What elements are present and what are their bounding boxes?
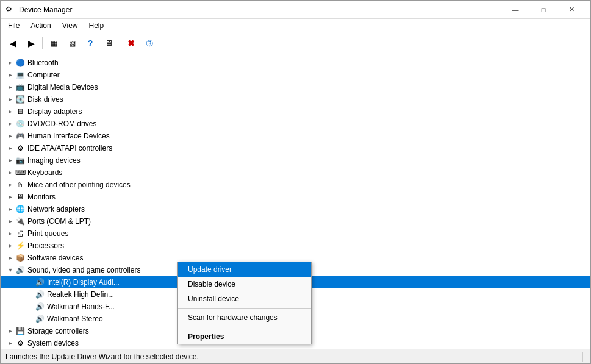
walkman-stereo-label: Walkman! Stereo	[47, 315, 103, 323]
context-disable-device[interactable]: Disable device	[178, 277, 311, 291]
expand-computer[interactable]: ►	[5, 70, 15, 80]
help-button[interactable]: ?	[82, 35, 99, 52]
expand-monitors[interactable]: ►	[5, 192, 15, 202]
menu-help[interactable]: Help	[84, 20, 109, 31]
print-icon: 🖨	[15, 229, 25, 238]
menu-bar: File Action View Help	[1, 19, 590, 32]
intel-audio-icon: 🔊	[35, 277, 45, 287]
monitors-label: Monitors	[27, 193, 56, 201]
expand-system[interactable]: ►	[5, 338, 15, 348]
scan-button[interactable]: ③	[141, 35, 158, 52]
sound-label: Sound, video and game controllers	[27, 266, 140, 274]
context-update-driver[interactable]: Update driver	[178, 262, 311, 277]
processors-label: Processors	[27, 241, 64, 250]
context-separator-1	[178, 308, 311, 309]
expand-dvd[interactable]: ►	[5, 119, 15, 129]
mice-icon: 🖱	[15, 180, 25, 190]
hid-icon: 🎮	[15, 131, 25, 141]
tree-item-hid[interactable]: ► 🎮 Human Interface Devices	[1, 130, 590, 142]
context-properties[interactable]: Properties	[178, 329, 311, 344]
expand-bluetooth[interactable]: ►	[5, 58, 15, 68]
imaging-icon: 📷	[15, 155, 25, 165]
walkman-stereo-icon: 🔊	[35, 314, 45, 324]
tree-item-disk-drives[interactable]: ► 💽 Disk drives	[1, 93, 590, 105]
status-text: Launches the Update Driver Wizard for th…	[5, 352, 580, 361]
expand-ide[interactable]: ►	[5, 143, 15, 153]
computer-label: Computer	[27, 71, 60, 79]
context-separator-2	[178, 327, 311, 327]
bluetooth-label: Bluetooth	[27, 59, 59, 67]
expand-keyboards[interactable]: ►	[5, 168, 15, 177]
tree-item-digital-media[interactable]: ► 📺 Digital Media Devices	[1, 81, 590, 93]
imaging-label: Imaging devices	[27, 156, 81, 165]
close-button[interactable]: ✕	[557, 1, 586, 19]
expand-ports[interactable]: ►	[5, 216, 15, 226]
expand-network[interactable]: ►	[5, 204, 15, 214]
minimize-button[interactable]: —	[501, 1, 529, 19]
digital-media-label: Digital Media Devices	[27, 83, 98, 91]
network-icon: 🌐	[15, 204, 25, 214]
context-menu: Update driver Disable device Uninstall d…	[177, 262, 312, 344]
expand-mice[interactable]: ►	[5, 180, 15, 190]
toolbar-separator-1	[42, 37, 43, 49]
walkman-hands-icon: 🔊	[35, 302, 45, 312]
system-icon: ⚙	[15, 338, 25, 348]
storage-label: Storage controllers	[27, 327, 89, 335]
tree-item-imaging[interactable]: ► 📷 Imaging devices	[1, 154, 590, 166]
storage-icon: 💾	[15, 326, 25, 336]
tree-item-bluetooth[interactable]: ► 🔵 Bluetooth	[1, 57, 590, 69]
expand-imaging[interactable]: ►	[5, 155, 15, 165]
title-bar: ⚙ Device Manager — □ ✕	[1, 1, 590, 19]
menu-view[interactable]: View	[57, 20, 83, 31]
expand-print[interactable]: ►	[5, 229, 15, 238]
back-button[interactable]: ◀	[4, 35, 21, 52]
expand-storage[interactable]: ►	[5, 326, 15, 336]
forward-button[interactable]: ▶	[23, 35, 40, 52]
menu-action[interactable]: Action	[26, 20, 56, 31]
disk-icon: 💽	[15, 95, 25, 104]
ide-icon: ⚙	[15, 143, 25, 153]
tree-item-dvd[interactable]: ► 💿 DVD/CD-ROM drives	[1, 118, 590, 130]
expand-display[interactable]: ►	[5, 107, 15, 116]
tree-item-mice[interactable]: ► 🖱 Mice and other pointing devices	[1, 179, 590, 191]
properties-button-1[interactable]: ▦	[45, 35, 62, 52]
tree-item-computer[interactable]: ► 💻 Computer	[1, 69, 590, 81]
status-bar: Launches the Update Driver Wizard for th…	[1, 349, 590, 363]
tree-item-display[interactable]: ► 🖥 Display adapters	[1, 105, 590, 118]
uninstall-button[interactable]: ✖	[123, 35, 140, 52]
title-bar-left: ⚙ Device Manager	[5, 5, 72, 15]
tree-item-ide[interactable]: ► ⚙ IDE ATA/ATAPI controllers	[1, 142, 590, 154]
tree-item-network[interactable]: ► 🌐 Network adapters	[1, 203, 590, 215]
properties-button-2[interactable]: ▧	[63, 35, 81, 52]
tree-item-print[interactable]: ► 🖨 Print queues	[1, 227, 590, 240]
expand-software[interactable]: ►	[5, 253, 15, 263]
display-label: Display adapters	[27, 107, 82, 116]
expand-digital-media[interactable]: ►	[5, 82, 15, 92]
expand-processors[interactable]: ►	[5, 241, 15, 251]
tree-item-monitors[interactable]: ► 🖥 Monitors	[1, 191, 590, 203]
context-scan-hardware[interactable]: Scan for hardware changes	[178, 310, 311, 325]
expand-sound[interactable]: ▼	[5, 265, 15, 275]
computer-button[interactable]: 🖥	[100, 35, 117, 52]
ports-icon: 🔌	[15, 216, 25, 226]
ide-label: IDE ATA/ATAPI controllers	[27, 144, 112, 152]
maximize-button[interactable]: □	[529, 1, 557, 19]
context-uninstall-device[interactable]: Uninstall device	[178, 291, 311, 306]
tree-item-processors[interactable]: ► ⚡ Processors	[1, 240, 590, 252]
tree-item-keyboards[interactable]: ► ⌨ Keyboards	[1, 166, 590, 179]
device-manager-window: ⚙ Device Manager — □ ✕ File Action View …	[0, 0, 591, 364]
content-area: ► 🔵 Bluetooth ► 💻 Computer ► 📺 Digital M…	[1, 54, 590, 349]
keyboards-label: Keyboards	[27, 168, 62, 177]
system-label: System devices	[27, 339, 79, 348]
bluetooth-icon: 🔵	[15, 58, 25, 68]
disk-label: Disk drives	[27, 95, 63, 104]
print-label: Print queues	[27, 229, 68, 238]
mice-label: Mice and other pointing devices	[27, 180, 131, 189]
app-icon: ⚙	[5, 5, 15, 15]
monitor-icon: 🖥	[15, 192, 25, 202]
expand-disk[interactable]: ►	[5, 95, 15, 104]
expand-hid[interactable]: ►	[5, 131, 15, 141]
menu-file[interactable]: File	[3, 20, 24, 31]
tree-item-ports[interactable]: ► 🔌 Ports (COM & LPT)	[1, 215, 590, 227]
digital-media-icon: 📺	[15, 82, 25, 92]
